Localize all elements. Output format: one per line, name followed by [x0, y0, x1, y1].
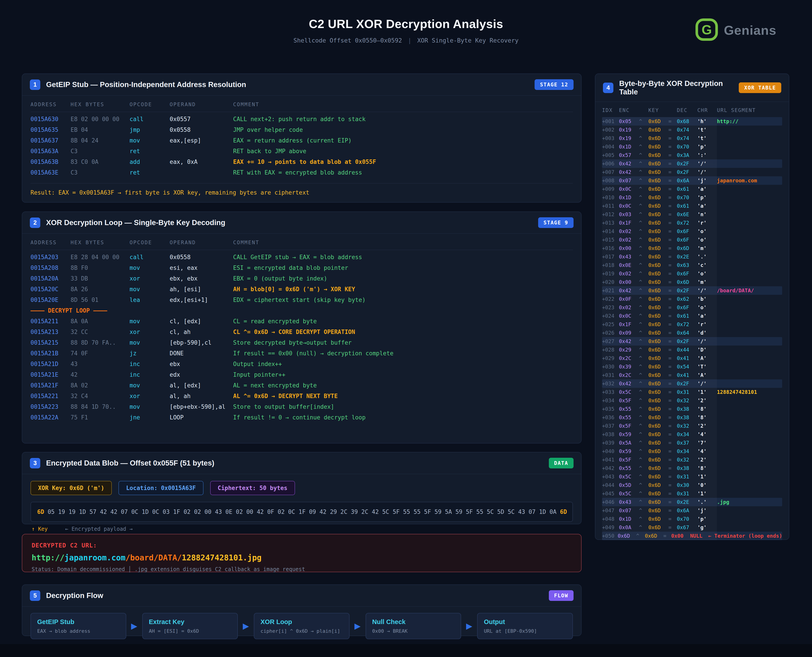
asm-address: 0015A63A	[31, 148, 71, 154]
col-operand: OPERAND	[170, 101, 233, 107]
panel4-rows: +0010x05^0x6D=0x68'h'http://+0020x19^0x6…	[595, 117, 789, 540]
asm-address: 0015A20A	[31, 275, 71, 282]
asm-comment: CL ^= 0x6D → CORE DECRYPT OPERATION	[233, 328, 573, 335]
asm-comment: EAX = return address (current EIP)	[233, 137, 573, 144]
xor-idx: +017	[602, 254, 619, 260]
xor-dec: 0x62	[677, 296, 697, 302]
xor-idx: +009	[602, 186, 619, 192]
asm-opcode: mov	[129, 339, 170, 346]
key-caption: ↑ Key	[32, 526, 48, 532]
xor-equals: =	[668, 254, 677, 260]
panel4-number-badge: 4	[603, 83, 613, 93]
xor-key: 0x6D	[649, 262, 668, 268]
xor-chr: 't'	[697, 127, 717, 133]
xor-enc: 0x0A	[619, 525, 639, 530]
xor-key: 0x6D	[649, 338, 668, 344]
xor-chr: '.'	[697, 499, 717, 505]
xor-dec: 0x70	[677, 195, 697, 200]
xor-dec: 0x6F	[677, 271, 697, 277]
svg-text:G: G	[702, 22, 712, 37]
asm-hexbytes: 75 F1	[71, 414, 129, 421]
xor-enc: 0x05	[619, 118, 639, 124]
asm-operand: [ebp-590],cl	[170, 339, 233, 346]
flow-step-detail: 0x00 → BREAK	[372, 628, 455, 634]
xor-table-row: +0120x03^0x6D=0x6E'n'	[602, 210, 782, 219]
xor-caret: ^	[639, 398, 649, 403]
xor-caret: ^	[639, 440, 649, 446]
xor-chr: '8'	[697, 465, 717, 471]
xor-enc: 0x03	[619, 212, 639, 217]
asm-operand: eax,[esp]	[170, 137, 233, 144]
flow-step: OutputURL at [EBP-0x590]	[477, 613, 573, 639]
flow-step: XOR Loopcipher[i] ^ 0x6D → plain[i]	[254, 613, 350, 639]
xor-table-row: +0340x5F^0x6D=0x32'2'	[602, 396, 782, 405]
xor-idx: +040	[602, 448, 619, 454]
asm-address: 0015A635	[31, 126, 71, 133]
xor-idx: +016	[602, 245, 619, 251]
asm-row: 0015A2118A 0Amovcl, [edx]CL = read encry…	[31, 316, 573, 327]
xor-dec: 0x6E	[677, 212, 697, 217]
asm-operand: al, ah	[170, 393, 233, 399]
xor-idx: +033	[602, 389, 619, 395]
footer-strip	[0, 644, 812, 657]
asm-row: 0015A6378B 04 24moveax,[esp]EAX = return…	[31, 135, 573, 146]
xor-caret: ^	[639, 288, 649, 293]
xor-equals: =	[668, 212, 677, 217]
xor-enc: 0x19	[619, 127, 639, 133]
xor-dec: 0x6D	[677, 245, 697, 251]
xor-idx: +044	[602, 482, 619, 488]
asm-address: 0015A213	[31, 328, 71, 335]
panel1-stage-badge: STAGE 12	[535, 79, 574, 90]
xor-key: 0x6D	[649, 474, 668, 480]
xor-table-row: +0400x59^0x6D=0x34'4'	[602, 447, 782, 456]
xor-table-row: +0180x0E^0x6D=0x63'c'	[602, 261, 782, 269]
xor-equals: =	[668, 381, 677, 386]
hex-key-first: 6D	[37, 509, 44, 515]
xor-idx: +004	[602, 144, 619, 149]
xor-chr: 'g'	[697, 525, 717, 530]
xor-dec: 0x6A	[677, 177, 697, 184]
decrypted-url-label: DECRYPTED C2 URL:	[32, 542, 572, 549]
xor-caret: ^	[639, 220, 649, 226]
xor-dec: 0x3A	[677, 152, 697, 158]
xor-equals: =	[668, 474, 677, 480]
asm-operand: ebx, ebx	[170, 275, 233, 282]
xor-caret: ^	[639, 516, 649, 522]
xor-table-row: +0080x07^0x6D=0x6A'j'japanroom.com	[602, 176, 782, 185]
xor-enc: 0x1D	[619, 195, 639, 200]
asm-hexbytes: 43	[71, 361, 129, 367]
flow-arrow-icon: ▶	[355, 621, 361, 631]
xor-caret: ^	[639, 321, 649, 327]
panel4-header: 4 Byte-by-Byte XOR Decryption Table XOR …	[595, 74, 789, 102]
panel-geteip-stub: 1 GetEIP Stub — Position-Independent Add…	[22, 73, 582, 202]
xor-equals: =	[668, 347, 677, 353]
xor-caret: ^	[639, 372, 649, 378]
xor-enc: 0x39	[619, 364, 639, 370]
xor-dec: 0x68	[677, 118, 697, 124]
ciphertext-pill: Ciphertext: 50 bytes	[210, 481, 295, 495]
xor-equals: =	[668, 135, 677, 141]
hex-captions: ↑ Key ← Encrypted payload →	[22, 522, 581, 532]
xor-chr: '7'	[697, 440, 717, 446]
flow-step-detail: EAX → blob address	[37, 628, 120, 634]
xor-dec: 0x74	[677, 127, 697, 133]
xor-caret: ^	[639, 313, 649, 319]
xor-table-row: +0070x42^0x6D=0x2F'/'	[602, 168, 782, 176]
col-url-segment: URL SEGMENT	[717, 107, 782, 113]
asm-row: 0015A20E8D 56 01leaedx,[esi+1]EDX = ciph…	[31, 294, 573, 305]
asm-hexbytes: 74 0F	[71, 350, 129, 357]
panel4-xortable-badge: XOR TABLE	[739, 83, 781, 93]
asm-operand: cl, [edx]	[170, 318, 233, 325]
xor-equals: =	[668, 296, 677, 302]
flow-step-title: Null Check	[372, 618, 455, 626]
asm-row: 0015A20C8A 26movah, [esi]AH = blob[0] = …	[31, 284, 573, 294]
xor-equals: =	[668, 220, 677, 226]
xor-idx: +043	[602, 474, 619, 480]
xor-key: 0x6D	[649, 195, 668, 200]
xor-table-row: +0470x07^0x6D=0x6A'j'	[602, 506, 782, 515]
xor-caret: ^	[639, 414, 649, 420]
xor-idx: +037	[602, 423, 619, 429]
xor-key: 0x6D	[649, 127, 668, 133]
xor-dec: 0x38	[677, 406, 697, 412]
xor-chr: '8'	[697, 414, 717, 420]
